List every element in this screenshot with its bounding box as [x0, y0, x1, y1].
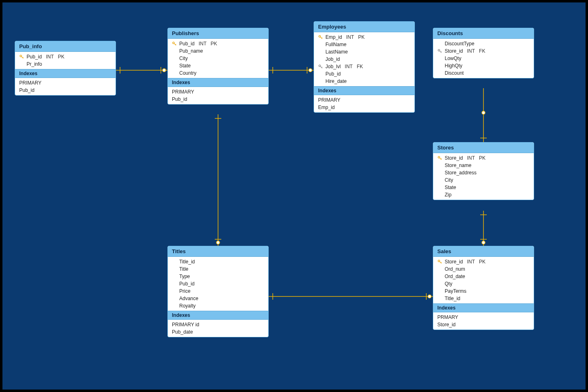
column-name: Store_address	[445, 170, 477, 176]
entity-title: Discounts	[433, 28, 534, 39]
index-row: Pub_date	[168, 328, 268, 336]
column-row: PayTerms	[433, 287, 534, 295]
column-name: DiscountType	[445, 41, 474, 47]
column-name: Type	[179, 274, 190, 279]
indexes-label: Indexes	[15, 69, 116, 78]
entity-title: Pub_info	[15, 41, 116, 52]
entity-indexes: PRIMARY Pub_id	[168, 87, 268, 104]
column-row: Country	[168, 69, 268, 77]
pk-key-icon	[437, 260, 443, 264]
svg-line-30	[176, 44, 176, 45]
index-row: Store_id	[433, 321, 534, 328]
rel-publishers-employees	[269, 67, 314, 74]
column-flag: PK	[58, 54, 65, 60]
indexes-label: Indexes	[314, 86, 414, 95]
column-flag: PK	[211, 41, 217, 47]
rel-publishers-titles	[215, 114, 221, 246]
column-name: Country	[179, 70, 196, 76]
column-name: Title_id	[445, 296, 460, 301]
column-flag: PK	[479, 259, 486, 265]
column-name: LowQty	[445, 56, 461, 61]
svg-point-25	[20, 55, 22, 57]
column-name: Royalty	[179, 303, 196, 309]
entity-indexes: PRMARY Store_id	[433, 312, 534, 330]
entity-pub-info[interactable]: Pub_info Pub_id INT PK Pr_info Indexes P…	[15, 41, 116, 96]
column-name: City	[445, 177, 453, 183]
column-name: HighQty	[445, 63, 462, 69]
column-name: Pr_info	[27, 61, 42, 67]
index-row: PRIMARY id	[168, 321, 268, 328]
column-row: Qty	[433, 280, 534, 287]
column-row: State	[168, 62, 268, 69]
pk-key-icon	[18, 55, 25, 59]
column-row: Discount	[433, 69, 534, 77]
svg-point-34	[319, 65, 321, 67]
entity-indexes: PRIMARY Pub_id	[15, 78, 116, 95]
svg-point-19	[482, 241, 485, 244]
column-name: Pub_id	[179, 281, 194, 287]
entity-title: Stores	[433, 143, 534, 153]
column-row: Emp_id INT PK	[314, 33, 414, 41]
index-row: Pub_id	[168, 96, 268, 103]
column-row: Ord_num	[433, 265, 534, 273]
column-flag: PK	[358, 34, 365, 40]
rel-titles-sales	[269, 293, 433, 300]
column-name: PayTerms	[445, 288, 466, 294]
column-row: State	[433, 184, 534, 191]
column-name: State	[179, 63, 191, 69]
erd-canvas[interactable]: Pub_info Pub_id INT PK Pr_info Indexes P…	[2, 2, 586, 390]
column-row: Royalty	[168, 302, 268, 310]
entity-employees[interactable]: Employees Emp_id INT PK FullName LastNam…	[314, 21, 415, 113]
column-name: Store_id	[445, 155, 463, 161]
column-name: Discount	[445, 70, 464, 76]
svg-point-4	[163, 69, 166, 72]
column-name: Pub_name	[179, 48, 203, 54]
entity-indexes: PRIMARY Emp_id	[314, 95, 414, 112]
column-name: State	[445, 185, 456, 190]
column-row: Title_id	[168, 258, 268, 265]
entity-stores[interactable]: Stores Store_id INT PK Store_name Store_…	[433, 142, 534, 200]
column-row: Job_lvl INT FK	[314, 63, 414, 70]
column-flag: PK	[479, 155, 486, 161]
column-name: LastName	[325, 49, 348, 55]
svg-point-23	[428, 295, 431, 298]
entity-titles[interactable]: Titles Title_id Title Type Pub_id Price …	[167, 246, 269, 337]
column-name: Store_id	[445, 48, 463, 54]
column-row: Title_id	[433, 295, 534, 302]
column-name: Ord_num	[445, 266, 465, 272]
entity-columns: Store_id INT PK Ord_num Ord_date Qty Pay…	[433, 257, 534, 303]
index-row: PRIMARY	[314, 96, 414, 104]
pk-key-icon	[317, 35, 324, 39]
column-row: City	[433, 176, 534, 184]
column-row: Title	[168, 265, 268, 273]
indexes-label: Indexes	[168, 78, 268, 87]
column-row: Price	[168, 287, 268, 295]
column-name: Store_id	[445, 259, 463, 265]
entity-discounts[interactable]: Discounts DiscountType Store_id INT FK L…	[433, 28, 534, 78]
column-row: Pub_id INT PK	[15, 53, 116, 60]
entity-publishers[interactable]: Publishers Pub_id INT PK Pub_name City S…	[167, 28, 269, 105]
column-name: Hire_date	[325, 78, 347, 84]
column-type: INT	[345, 64, 352, 69]
index-row: Emp_id	[314, 104, 414, 111]
svg-point-40	[438, 156, 440, 158]
column-name: Pub_id	[179, 41, 194, 47]
column-row: Pr_info	[15, 60, 116, 68]
indexes-label: Indexes	[433, 303, 534, 312]
entity-columns: DiscountType Store_id INT FK LowQty High…	[433, 39, 534, 78]
column-name: Qty	[445, 281, 452, 287]
column-name: Store_name	[445, 163, 471, 168]
column-row: Hire_date	[314, 78, 414, 85]
index-row: Pub_id	[15, 87, 116, 94]
column-name: Pub_id	[325, 71, 341, 77]
svg-line-42	[441, 158, 442, 159]
fk-key-icon	[317, 65, 324, 69]
column-row: FullName	[314, 41, 414, 48]
column-name: Title	[179, 266, 188, 272]
index-row: PRIMARY	[15, 79, 116, 87]
entity-columns: Store_id INT PK Store_name Store_address…	[433, 153, 534, 200]
column-name: Pub_id	[27, 54, 42, 60]
column-row: Store_id INT PK	[433, 258, 534, 265]
entity-sales[interactable]: Sales Store_id INT PK Ord_num Ord_date Q…	[433, 246, 534, 330]
svg-point-8	[309, 69, 312, 72]
